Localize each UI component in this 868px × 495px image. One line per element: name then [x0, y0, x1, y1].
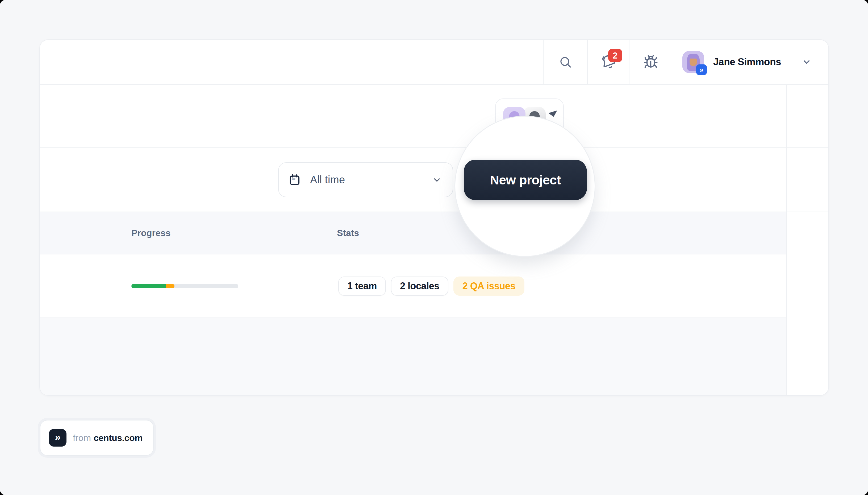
- new-project-button[interactable]: New project: [464, 160, 587, 200]
- notifications-button[interactable]: 2: [587, 40, 629, 84]
- cursor-arrow-icon: [548, 110, 557, 117]
- dashboard-card: Progress Stats 1 team 2 locales 2 QA iss…: [39, 39, 829, 396]
- user-menu[interactable]: » Jane Simmons: [672, 40, 828, 84]
- progress-warning: [166, 284, 175, 288]
- chevron-down-icon: [432, 175, 442, 185]
- row-divider: [40, 148, 828, 148]
- new-project-label: New project: [490, 173, 561, 187]
- row-divider: [787, 148, 828, 148]
- user-name: Jane Simmons: [713, 56, 781, 68]
- attribution-prefix: from: [73, 433, 91, 443]
- stat-chip-label: 2 QA issues: [462, 280, 515, 292]
- stats-chips: 1 team 2 locales 2 QA issues: [338, 276, 525, 296]
- top-bar: 2: [40, 40, 828, 85]
- top-bar-actions: 2: [543, 40, 828, 84]
- search-button[interactable]: [543, 40, 587, 84]
- avatar: »: [683, 51, 704, 73]
- column-header-progress: Progress: [131, 212, 171, 254]
- centus-logo-icon: »: [49, 429, 67, 447]
- search-icon: [559, 55, 572, 69]
- attribution-badge[interactable]: » from centus.com: [40, 420, 154, 456]
- row-divider: [40, 318, 828, 318]
- row-divider: [40, 254, 828, 254]
- date-filter-select[interactable]: All time: [278, 163, 453, 197]
- attribution-brand: centus.com: [94, 433, 143, 443]
- chevron-down-icon: [801, 57, 812, 67]
- avatar-brand-badge: »: [696, 64, 707, 75]
- stat-chip-label: 2 locales: [400, 280, 439, 292]
- bug-icon: [643, 54, 658, 69]
- column-header-stats: Stats: [337, 212, 359, 254]
- stat-chip-label: 1 team: [347, 280, 377, 292]
- stat-chip-locales[interactable]: 2 locales: [391, 276, 448, 296]
- stat-chip-team[interactable]: 1 team: [338, 276, 386, 296]
- stat-chip-qa-issues[interactable]: 2 QA issues: [454, 276, 525, 296]
- row-divider: [787, 211, 828, 212]
- progress-complete: [131, 284, 166, 288]
- right-empty-column: [786, 85, 828, 395]
- progress-bar: [131, 284, 238, 288]
- date-filter-value: All time: [310, 174, 345, 186]
- table-footer-area: [40, 318, 828, 395]
- notification-count-badge: 2: [608, 49, 622, 62]
- app-window: Progress Stats 1 team 2 locales 2 QA iss…: [0, 0, 868, 495]
- report-bug-button[interactable]: [629, 40, 672, 84]
- calendar-icon: [288, 173, 301, 186]
